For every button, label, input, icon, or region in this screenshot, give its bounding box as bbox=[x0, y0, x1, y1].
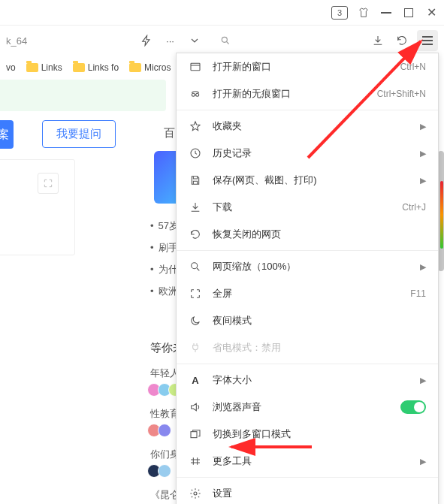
list-item[interactable]: 欧洲 bbox=[150, 285, 178, 298]
svg-point-2 bbox=[192, 93, 195, 96]
chevron-right-icon: ▶ bbox=[420, 149, 426, 158]
menu-restore[interactable]: 恢复关闭的网页 bbox=[177, 221, 438, 248]
svg-rect-1 bbox=[191, 63, 200, 70]
menu-multiwindow[interactable]: 切换到多窗口模式 bbox=[177, 421, 438, 448]
menu-label: 设置 bbox=[213, 487, 426, 500]
menu-history[interactable]: 历史记录 ▶ bbox=[177, 140, 438, 167]
sound-toggle[interactable] bbox=[400, 400, 426, 414]
list-item[interactable]: 刷手 bbox=[150, 241, 178, 255]
menu-incognito[interactable]: 打开新的无痕窗口 Ctrl+Shift+N bbox=[177, 80, 438, 107]
download-icon[interactable] bbox=[369, 32, 387, 50]
menu-fontsize[interactable]: A 字体大小 ▶ bbox=[177, 367, 438, 394]
main-menu-button[interactable] bbox=[417, 30, 438, 51]
svg-point-3 bbox=[196, 93, 199, 96]
menu-label: 保存(网页、截图、打印) bbox=[213, 174, 409, 187]
more-icon[interactable]: ··· bbox=[162, 32, 180, 50]
menu-download[interactable]: 下载 Ctrl+J bbox=[177, 194, 438, 221]
bookmark-folder[interactable]: Links bbox=[26, 62, 62, 73]
menu-label: 浏览器声音 bbox=[213, 400, 390, 414]
window-titlebar: 3 ✕ bbox=[0, 0, 444, 26]
font-icon: A bbox=[189, 373, 202, 387]
menu-moretools[interactable]: 更多工具 ▶ bbox=[177, 448, 438, 475]
menu-hint: Ctrl+Shift+N bbox=[377, 89, 426, 99]
main-menu: 打开新的窗口 Ctrl+N 打开新的无痕窗口 Ctrl+Shift+N 收藏夹 … bbox=[176, 53, 439, 504]
tab-count-badge[interactable]: 3 bbox=[331, 6, 348, 20]
window-minimize-button[interactable] bbox=[379, 6, 393, 20]
primary-button[interactable]: 案 bbox=[0, 120, 14, 149]
list-item[interactable]: 为什 bbox=[150, 263, 178, 276]
gear-icon bbox=[189, 487, 202, 500]
menu-label: 夜间模式 bbox=[213, 314, 426, 327]
menu-separator bbox=[177, 250, 438, 251]
fullscreen-icon bbox=[189, 287, 202, 300]
scroll-indicator bbox=[440, 181, 443, 249]
clock-icon bbox=[189, 146, 202, 160]
tab-title: k_64 bbox=[6, 35, 42, 47]
bookmark-label: vo bbox=[6, 62, 16, 73]
plug-icon bbox=[189, 341, 202, 355]
flash-icon[interactable] bbox=[137, 32, 156, 50]
expand-icon[interactable] bbox=[38, 173, 59, 194]
chevron-right-icon: ▶ bbox=[420, 122, 426, 131]
menu-zoom[interactable]: 网页缩放（100%） ▶ bbox=[177, 253, 438, 280]
menu-label: 下载 bbox=[213, 201, 391, 214]
partial-text: 百 bbox=[164, 126, 175, 140]
menu-save[interactable]: 保存(网页、截图、打印) ▶ bbox=[177, 167, 438, 194]
menu-separator bbox=[177, 477, 438, 478]
bookmark-folder[interactable]: Links fo bbox=[73, 62, 119, 73]
svg-point-7 bbox=[194, 492, 197, 495]
bookmark-label: Micros bbox=[144, 62, 171, 73]
shirt-icon[interactable] bbox=[357, 6, 370, 20]
menu-hint: F11 bbox=[410, 288, 426, 299]
search-bar[interactable] bbox=[214, 30, 358, 51]
menu-label: 全屏 bbox=[213, 287, 400, 300]
chevron-right-icon: ▶ bbox=[420, 457, 426, 466]
notice-bar bbox=[0, 80, 166, 111]
menu-hint: Ctrl+N bbox=[400, 62, 426, 72]
download-icon bbox=[189, 201, 202, 214]
incognito-icon bbox=[189, 87, 202, 101]
menu-label: 省电模式：禁用 bbox=[213, 341, 426, 355]
menu-hint: Ctrl+J bbox=[402, 202, 426, 213]
ask-button[interactable]: 我要提问 bbox=[42, 120, 116, 148]
browser-toolbar: k_64 ··· bbox=[0, 26, 444, 56]
moon-icon bbox=[189, 314, 202, 327]
chevron-right-icon: ▶ bbox=[420, 176, 426, 186]
bookmark-folder[interactable]: Micros bbox=[129, 62, 171, 73]
list-item[interactable]: 57岁 bbox=[150, 219, 179, 233]
menu-sound[interactable]: 浏览器声音 bbox=[177, 394, 438, 421]
bookmark-label: Links fo bbox=[88, 62, 119, 73]
svg-point-5 bbox=[192, 263, 198, 269]
menu-label: 恢复关闭的网页 bbox=[213, 228, 426, 241]
menu-settings[interactable]: 设置 bbox=[177, 480, 438, 504]
folder-icon bbox=[26, 63, 38, 72]
menu-label: 切换到多窗口模式 bbox=[213, 427, 426, 441]
bookmark-label: Links bbox=[41, 62, 62, 73]
menu-new-window[interactable]: 打开新的窗口 Ctrl+N bbox=[177, 53, 438, 80]
vertical-scrollbar[interactable] bbox=[438, 80, 444, 504]
folder-icon bbox=[129, 63, 141, 72]
bookmark-folder[interactable]: vo bbox=[6, 62, 16, 73]
window-close-button[interactable]: ✕ bbox=[424, 6, 438, 20]
window-icon bbox=[189, 60, 202, 74]
reload-icon[interactable] bbox=[393, 32, 411, 50]
sound-icon bbox=[189, 400, 202, 414]
menu-favorites[interactable]: 收藏夹 ▶ bbox=[177, 113, 438, 140]
chevron-down-icon[interactable] bbox=[186, 32, 204, 50]
zoom-icon bbox=[189, 260, 202, 273]
star-icon bbox=[189, 119, 202, 133]
menu-label: 更多工具 bbox=[213, 454, 409, 468]
svg-point-0 bbox=[222, 37, 227, 42]
save-icon bbox=[189, 174, 202, 187]
menu-label: 历史记录 bbox=[213, 146, 409, 160]
chevron-right-icon: ▶ bbox=[420, 262, 426, 272]
menu-separator bbox=[177, 364, 438, 364]
window-maximize-button[interactable] bbox=[402, 6, 415, 20]
tools-icon bbox=[189, 454, 202, 468]
menu-label: 字体大小 bbox=[213, 373, 409, 387]
menu-fullscreen[interactable]: 全屏 F11 bbox=[177, 280, 438, 307]
menu-night[interactable]: 夜间模式 bbox=[177, 307, 438, 334]
menu-separator bbox=[177, 110, 438, 110]
menu-label: 打开新的窗口 bbox=[213, 60, 390, 74]
menu-label: 收藏夹 bbox=[213, 119, 409, 133]
